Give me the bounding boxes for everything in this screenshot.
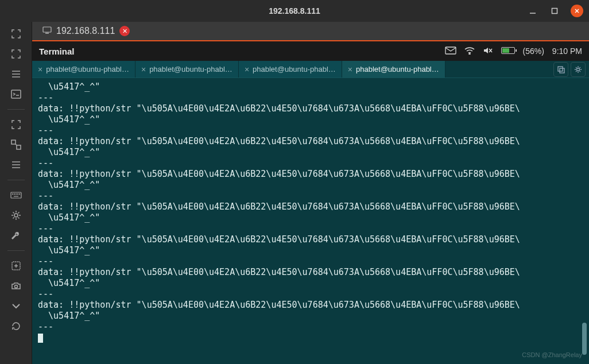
connection-tab-label: 192.168.8.111 [56, 26, 115, 36]
terminal-tab[interactable]: ×phablet@ubuntu-phabl… [32, 61, 135, 78]
svg-point-24 [14, 285, 17, 288]
app-window: 192.168.8.111 [0, 0, 589, 364]
close-button[interactable] [571, 5, 583, 17]
close-connection-icon[interactable]: ✕ [119, 26, 130, 36]
watermark: CSDN @ZhangRelay [522, 350, 582, 361]
terminal-tab-active[interactable]: ×phablet@ubuntu-phabl… [342, 61, 445, 78]
scrollbar-thumb[interactable] [582, 323, 587, 355]
scale-icon[interactable] [10, 138, 22, 151]
tab-close-icon[interactable]: × [38, 65, 42, 74]
svg-rect-26 [45, 33, 49, 34]
svg-point-15 [14, 194, 14, 195]
wrench-icon[interactable] [10, 229, 22, 242]
svg-point-28 [469, 53, 470, 55]
left-sidebar [0, 22, 32, 364]
connection-icon [42, 26, 52, 36]
fit-icon[interactable] [10, 48, 22, 60]
chevron-down-icon[interactable] [10, 300, 22, 312]
svg-point-17 [17, 194, 18, 195]
terminal-output[interactable]: \u5417^_^" --- data: !!python/str "\u505… [32, 78, 589, 364]
svg-rect-7 [11, 90, 21, 98]
tab-close-icon[interactable]: × [245, 65, 249, 74]
clock-time: 9:10 PM [552, 47, 582, 56]
sidebar-divider [7, 109, 25, 110]
gear-icon[interactable] [10, 209, 22, 222]
svg-rect-9 [17, 145, 21, 149]
refresh-icon[interactable] [10, 320, 22, 332]
sidebar-divider [7, 180, 25, 180]
plus-icon[interactable] [10, 260, 22, 272]
menu-icon[interactable] [10, 68, 22, 80]
svg-rect-8 [11, 140, 16, 144]
tab-label: phablet@ubuntu-phabl… [149, 65, 232, 73]
svg-point-33 [577, 68, 580, 71]
terminal-icon[interactable] [10, 88, 22, 100]
tab-label: phablet@ubuntu-phabl… [253, 65, 336, 73]
terminal-tabs: ×phablet@ubuntu-phabl… ×phablet@ubuntu-p… [32, 61, 589, 78]
svg-rect-27 [445, 47, 456, 54]
connection-tab[interactable]: 192.168.8.111 ✕ [37, 26, 135, 36]
titlebar: 192.168.8.111 [0, 0, 589, 22]
content-area: 192.168.8.111 ✕ Terminal (56%) 9:10 PM ×… [32, 22, 589, 364]
fullscreen-icon[interactable] [10, 28, 22, 40]
minimize-button[interactable] [527, 5, 538, 17]
window-title: 192.168.8.111 [269, 6, 320, 16]
keyboard-icon[interactable] [10, 189, 22, 202]
svg-rect-1 [552, 9, 557, 14]
cursor [38, 334, 43, 343]
expand-icon[interactable] [10, 118, 22, 131]
connection-tabbar: 192.168.8.111 ✕ [32, 22, 589, 41]
sidebar-divider [7, 250, 25, 251]
tab-toolbar [550, 61, 589, 78]
tab-label: phablet@ubuntu-phabl… [356, 65, 439, 73]
tab-close-icon[interactable]: × [348, 65, 352, 74]
battery-percent: (56%) [523, 47, 544, 56]
window-controls [527, 5, 583, 17]
settings-icon[interactable] [571, 62, 586, 77]
copy-icon[interactable] [553, 62, 568, 77]
battery-icon [501, 47, 515, 56]
panel-title: Terminal [39, 47, 74, 56]
wifi-icon[interactable] [464, 47, 475, 56]
tab-label: phablet@ubuntu-phabl… [46, 65, 129, 73]
maximize-button[interactable] [549, 5, 560, 17]
volume-mute-icon[interactable] [483, 46, 493, 57]
terminal-lines: \u5417^_^" --- data: !!python/str "\u505… [38, 82, 583, 332]
panel-header: Terminal (56%) 9:10 PM [32, 41, 589, 61]
mail-icon[interactable] [445, 47, 456, 56]
terminal-tab[interactable]: ×phablet@ubuntu-phabl… [135, 61, 239, 78]
camera-icon[interactable] [10, 280, 22, 292]
tab-close-icon[interactable]: × [141, 65, 146, 74]
svg-point-20 [14, 214, 18, 217]
svg-point-14 [12, 194, 13, 195]
svg-rect-32 [560, 68, 564, 73]
svg-rect-13 [11, 192, 21, 198]
list-icon[interactable] [10, 158, 22, 171]
svg-rect-25 [43, 27, 51, 32]
status-bar: (56%) 9:10 PM [445, 46, 583, 57]
main-area: 192.168.8.111 ✕ Terminal (56%) 9:10 PM ×… [0, 22, 589, 364]
svg-rect-31 [558, 67, 563, 71]
svg-point-16 [16, 194, 16, 195]
svg-point-18 [19, 194, 20, 195]
terminal-tab[interactable]: ×phablet@ubuntu-phabl… [239, 61, 342, 78]
